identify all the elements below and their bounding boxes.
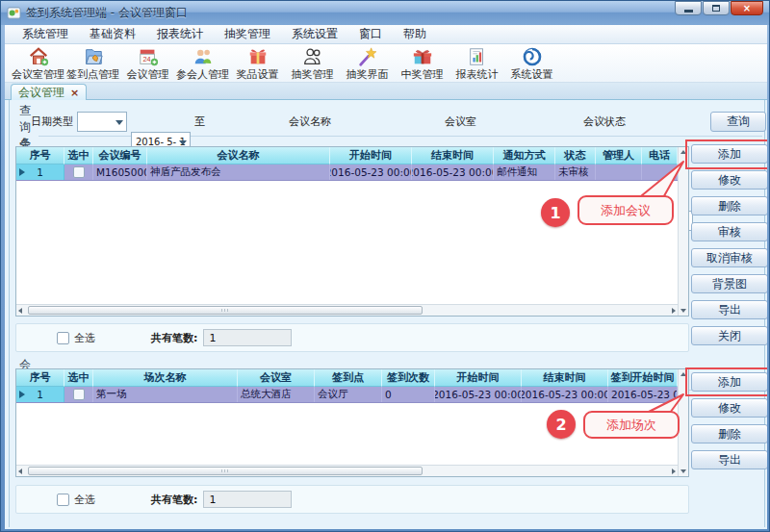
meeting-audit-button[interactable]: 审核 xyxy=(691,222,767,241)
row-status: 未审核 xyxy=(555,165,596,180)
column-header[interactable]: 电话 xyxy=(642,147,678,165)
row-manager xyxy=(596,165,642,180)
meeting-background-button[interactable]: 背景图 xyxy=(691,274,767,293)
horizontal-scrollbar[interactable] xyxy=(16,304,678,316)
column-header[interactable]: 开始时间 xyxy=(330,147,412,165)
meeting-export-button[interactable]: 导出 xyxy=(691,300,767,319)
row-notify-type: 邮件通知 xyxy=(494,165,555,180)
main-content: 查询条件 日期类型 2016- 5- 1 至 2016- 5-23 会议名称 xyxy=(9,100,765,527)
column-header[interactable]: 开始时间 xyxy=(435,369,522,387)
maximize-icon xyxy=(712,5,720,12)
toolbar-meeting-manage[interactable]: 24 会议管理 xyxy=(120,46,175,82)
lottery-manage-icon xyxy=(302,46,323,67)
menu-base-data[interactable]: 基础资料 xyxy=(80,25,145,43)
select-all-checkbox[interactable] xyxy=(57,332,69,344)
app-window: 签到系统管理端 - 会议管理窗口 × 系统管理 基础资料 报表统计 抽奖管理 系… xyxy=(0,0,770,532)
column-header[interactable]: 通知方式 xyxy=(494,147,555,165)
toolbar-report-stats[interactable]: 报表统计 xyxy=(449,46,504,82)
column-header[interactable]: 选中 xyxy=(64,147,93,165)
menu-help[interactable]: 帮助 xyxy=(394,25,436,43)
maximize-button[interactable] xyxy=(703,1,730,15)
column-header[interactable]: 签到次数 xyxy=(382,369,435,387)
annotation-step-1-label: 添加会议 xyxy=(578,195,674,225)
scroll-right-icon[interactable] xyxy=(672,308,676,314)
meeting-delete-button[interactable]: 删除 xyxy=(691,196,767,215)
toolbar-label: 系统设置 xyxy=(511,67,553,82)
tab-close-icon[interactable]: × xyxy=(70,87,79,99)
menu-window[interactable]: 窗口 xyxy=(349,25,392,43)
date-type-select[interactable] xyxy=(77,112,127,132)
column-header[interactable]: 签到开始时间 xyxy=(608,369,678,387)
toolbar-label: 抽奖管理 xyxy=(292,67,334,82)
vertical-scrollbar[interactable] xyxy=(678,147,688,316)
table-row[interactable]: 1 第一场 总统大酒店 会议厅 0 2016-05-23 00:00 2016-… xyxy=(16,387,678,403)
total-count-value: 1 xyxy=(203,491,292,508)
minimize-button[interactable] xyxy=(675,1,702,15)
column-header[interactable]: 场次名称 xyxy=(93,369,238,387)
column-header[interactable]: 签到点 xyxy=(315,369,382,387)
toolbar-prize-settings[interactable]: 奖品设置 xyxy=(230,46,285,82)
prize-icon xyxy=(247,46,269,67)
column-header[interactable]: 会议编号 xyxy=(93,147,147,165)
column-header[interactable]: 会议室 xyxy=(238,369,315,387)
session-table-header: 序号 选中 场次名称 会议室 签到点 签到次数 开始时间 结束时间 签到开始时间 xyxy=(16,369,678,387)
menu-system-settings[interactable]: 系统设置 xyxy=(282,25,347,43)
row-meeting-name: 神盾产品发布会 xyxy=(147,165,330,180)
column-header[interactable]: 选中 xyxy=(64,369,93,387)
tab-meeting-manage[interactable]: 会议管理 × xyxy=(11,84,87,100)
toolbar-meeting-room[interactable]: 会议室管理 xyxy=(11,46,65,82)
meeting-close-button[interactable]: 关闭 xyxy=(691,326,767,345)
menu-report-stats[interactable]: 报表统计 xyxy=(147,25,213,43)
toolbar-lottery-manage[interactable]: 抽奖管理 xyxy=(285,46,340,82)
column-header[interactable]: 管理人 xyxy=(596,147,642,165)
toolbar-system-settings[interactable]: 系统设置 xyxy=(504,46,559,82)
row-meeting-id: M16050001 xyxy=(93,165,147,180)
row-seq: 1 xyxy=(16,387,64,402)
tab-bar: 会议管理 × xyxy=(5,83,767,100)
close-button[interactable]: × xyxy=(731,1,763,15)
toolbar-label: 参会人管理 xyxy=(176,67,229,82)
meeting-add-button[interactable]: 添加 xyxy=(691,144,767,164)
row-checkin-start-time: 2016-05-23 00:00 xyxy=(608,387,678,402)
horizontal-scrollbar[interactable] xyxy=(16,465,678,476)
column-header[interactable]: 结束时间 xyxy=(412,147,494,165)
column-header[interactable]: 序号 xyxy=(16,147,64,165)
select-all-checkbox[interactable] xyxy=(57,494,69,506)
row-end-time: 2016-05-23 00:00 xyxy=(522,387,608,402)
session-add-button[interactable]: 添加 xyxy=(691,372,767,392)
table-row[interactable]: 1 M16050001 神盾产品发布会 2016-05-23 00:00 201… xyxy=(16,165,678,181)
row-checkbox[interactable] xyxy=(73,166,85,178)
scroll-right-icon[interactable] xyxy=(672,469,676,474)
toolbar-attendees[interactable]: 参会人管理 xyxy=(175,46,230,82)
session-export-button[interactable]: 导出 xyxy=(691,450,767,469)
scrollbar-thumb[interactable] xyxy=(28,306,423,315)
meeting-select-panel: 全选 共有笔数: 1 xyxy=(15,323,689,352)
menu-lottery-manage[interactable]: 抽奖管理 xyxy=(215,25,280,43)
toolbar-label: 会议室管理 xyxy=(12,67,64,82)
toolbar-checkin-point[interactable]: 签到点管理 xyxy=(65,46,120,82)
date-type-label: 日期类型 xyxy=(31,112,73,132)
column-header[interactable]: 状态 xyxy=(555,147,596,165)
annotation-step-2-badge: 2 xyxy=(547,410,576,439)
column-header[interactable]: 序号 xyxy=(16,369,64,387)
winner-manage-icon xyxy=(412,46,433,67)
row-checkbox[interactable] xyxy=(73,389,85,400)
session-delete-button[interactable]: 删除 xyxy=(691,424,767,443)
toolbar-lottery-screen[interactable]: 抽奖界面 xyxy=(340,46,395,82)
column-header[interactable]: 结束时间 xyxy=(522,369,608,387)
toolbar-label: 会议管理 xyxy=(127,67,169,82)
scroll-left-icon[interactable] xyxy=(18,469,22,474)
session-edit-button[interactable]: 修改 xyxy=(691,398,767,418)
meeting-edit-button[interactable]: 修改 xyxy=(691,170,767,190)
menu-system-manage[interactable]: 系统管理 xyxy=(13,25,78,43)
search-button[interactable]: 查询 xyxy=(710,112,766,132)
scrollbar-thumb[interactable] xyxy=(28,467,423,475)
row-checkin-count: 0 xyxy=(382,387,435,402)
toolbar-winner-manage[interactable]: 中奖管理 xyxy=(395,46,449,82)
meeting-buttons-panel: 添加 修改 删除 审核 取消审核 背景图 导出 关闭 xyxy=(691,144,767,345)
annotation-step-1-badge: 1 xyxy=(541,198,570,227)
chevron-down-icon xyxy=(116,120,123,125)
meeting-cancel-audit-button[interactable]: 取消审核 xyxy=(691,248,767,267)
column-header[interactable]: 会议名称 xyxy=(147,147,330,165)
scroll-left-icon[interactable] xyxy=(18,308,22,314)
